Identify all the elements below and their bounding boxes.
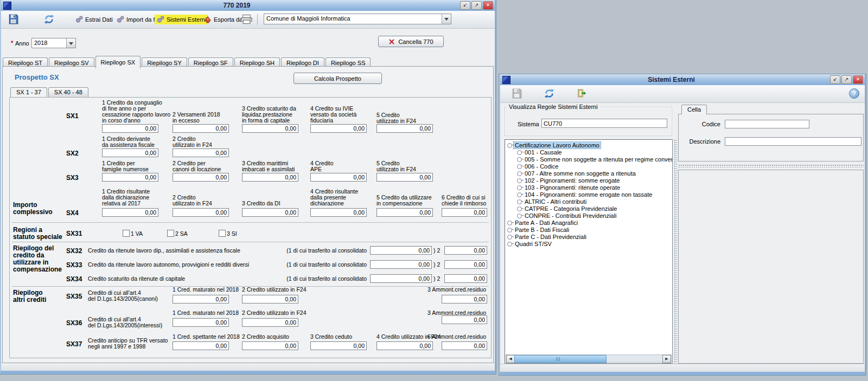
field-sx37-4[interactable] — [376, 341, 433, 350]
checkbox-3-si[interactable] — [219, 230, 226, 237]
tree-item-altric[interactable]: ALTRIC - Altri contributi — [524, 198, 588, 205]
field-sx37-3[interactable] — [310, 341, 367, 350]
tree-handle-icon[interactable] — [517, 157, 522, 162]
save-button-disabled[interactable] — [510, 88, 524, 99]
tree-item-006[interactable]: 006 - Codice — [524, 163, 559, 170]
scrollbar-thumb[interactable] — [514, 355, 607, 363]
exit-button[interactable] — [575, 88, 588, 99]
field-sx1-2[interactable] — [173, 124, 229, 133]
field-sx3-4[interactable] — [310, 173, 367, 182]
tree-item-007[interactable]: 007 - Altre somme non soggette a ritenut… — [524, 170, 637, 177]
field-sx35-2[interactable] — [242, 295, 298, 303]
chevron-down-icon[interactable] — [66, 38, 75, 48]
maximize-icon[interactable]: ↗ — [841, 75, 852, 84]
close-icon[interactable]: × — [853, 75, 863, 84]
dialog-titlebar[interactable]: Sistemi Esterni ↙ ↗ × — [500, 74, 865, 86]
tree-handle-icon[interactable] — [517, 178, 522, 183]
codice-input[interactable] — [725, 120, 809, 128]
checkbox-1-va[interactable] — [123, 230, 130, 237]
tree-handle-icon[interactable] — [517, 206, 522, 211]
field-sx32-2[interactable] — [444, 246, 487, 255]
vertical-splitter[interactable] — [674, 139, 677, 364]
calcola-prospetto-button[interactable]: Calcola Prospetto — [293, 73, 382, 84]
tree-handle-icon[interactable] — [507, 242, 512, 247]
field-sx4-1[interactable] — [102, 208, 158, 217]
field-sx36-1[interactable] — [173, 318, 229, 327]
field-sx37-2[interactable] — [242, 341, 298, 350]
tree-handle-icon[interactable] — [507, 235, 512, 240]
refresh-button[interactable] — [542, 88, 556, 99]
tree-handle-icon[interactable] — [517, 171, 522, 176]
tree-item-001[interactable]: 001 - Causale — [524, 149, 563, 156]
tree-item-conpre[interactable]: CONPRE - Contributi Previdenziali — [524, 212, 617, 219]
field-sx33-2[interactable] — [444, 260, 487, 269]
field-sx36-2[interactable] — [242, 318, 298, 327]
anno-select[interactable]: 2018 — [31, 38, 76, 48]
minimize-icon[interactable]: ↙ — [460, 1, 470, 10]
tree-handle-icon[interactable] — [517, 164, 522, 169]
tree-item-104[interactable]: 104 - Pignoramenti: somme erogate non ta… — [524, 191, 653, 198]
field-sx37-5[interactable] — [442, 341, 487, 350]
tree-handle-icon[interactable] — [507, 143, 512, 148]
tree-handle-icon[interactable] — [507, 228, 512, 233]
field-sx1-1[interactable] — [102, 124, 158, 133]
refresh-button[interactable] — [42, 14, 56, 25]
tree-item-root[interactable]: Certificazione Lavoro Autonomo — [514, 142, 601, 148]
sistema-input[interactable] — [541, 119, 667, 128]
field-sx4-5[interactable] — [376, 208, 433, 217]
sistemi-esterni-button[interactable]: Sistemi Esterni — [155, 15, 208, 24]
field-sx3-1[interactable] — [102, 173, 158, 182]
tree-item-103[interactable]: 103 - Pignoramenti: ritenute operate — [524, 184, 621, 191]
scroll-left-icon[interactable]: ◀ — [506, 355, 515, 363]
field-sx33-1[interactable] — [370, 260, 432, 269]
field-sx4-2[interactable] — [173, 208, 229, 217]
field-sx35-3[interactable] — [442, 295, 487, 303]
tree-handle-icon[interactable] — [517, 185, 522, 190]
tree-item-parte-b[interactable]: Parte B - Dati Fiscali — [514, 227, 570, 233]
cancella-770-button[interactable]: Cancella 770 — [378, 36, 444, 47]
horizontal-splitter[interactable] — [678, 164, 864, 167]
field-sx2-2[interactable] — [173, 148, 229, 157]
tree-item-102[interactable]: 102 - Pignoramenti: somme erogate — [524, 177, 621, 184]
field-sx34-2[interactable] — [444, 274, 487, 283]
field-sx3-2[interactable] — [173, 173, 229, 182]
chevron-down-icon[interactable] — [442, 14, 451, 24]
tree-handle-icon[interactable] — [517, 150, 522, 155]
print-button[interactable] — [239, 14, 254, 25]
field-sx3-5[interactable] — [376, 173, 433, 182]
descrizione-input[interactable] — [725, 137, 861, 146]
field-sx35-1[interactable] — [173, 295, 229, 303]
field-sx34-1[interactable] — [370, 274, 432, 283]
field-sx1-3[interactable] — [242, 124, 298, 133]
field-sx4-6[interactable] — [442, 208, 487, 217]
maximize-icon[interactable]: ↗ — [471, 1, 482, 10]
company-select[interactable]: Comune di Maggioli Informatica — [264, 14, 451, 24]
tab-riepilogo-sx[interactable]: Riepilogo SX — [95, 56, 141, 68]
tree-handle-icon[interactable] — [507, 221, 512, 225]
tab-cella[interactable]: Cella — [681, 105, 707, 114]
checkbox-2-sa[interactable] — [167, 230, 174, 237]
field-sx32-1[interactable] — [370, 246, 432, 255]
field-sx4-4[interactable] — [310, 208, 367, 217]
close-icon[interactable]: × — [483, 1, 493, 10]
help-icon[interactable]: ? — [849, 88, 859, 99]
tree-horizontal-scrollbar[interactable]: ◀ ▶ — [506, 354, 672, 363]
field-sx1-4[interactable] — [310, 124, 367, 133]
estrai-dati-button[interactable]: Estrai Dati — [73, 15, 114, 24]
field-sx2-1[interactable] — [102, 148, 158, 157]
tree-handle-icon[interactable] — [517, 199, 522, 204]
minimize-icon[interactable]: ↙ — [830, 75, 840, 84]
field-sx1-5[interactable] — [376, 124, 433, 133]
field-sx3-3[interactable] — [242, 173, 298, 182]
subtab-sx-1-37[interactable]: SX 1 - 37 — [10, 87, 47, 97]
tree-item-005[interactable]: 005 - Somme non soggette a ritenuta per … — [524, 156, 673, 163]
main-titlebar[interactable]: 770 2019 ↙ ↗ × — [1, 0, 495, 11]
save-button[interactable] — [7, 14, 20, 25]
tree-handle-icon[interactable] — [517, 192, 522, 197]
tree-item-parte-c[interactable]: Parte C - Dati Previdenziali — [514, 234, 588, 240]
tree-item-catpre[interactable]: CATPRE - Categoria Previdenziale — [524, 205, 618, 212]
tree-handle-icon[interactable] — [517, 214, 522, 218]
field-sx36-3[interactable] — [442, 315, 487, 324]
subtab-sx-40-48[interactable]: SX 40 - 48 — [48, 87, 88, 97]
tree-item-parte-a[interactable]: Parte A - Dati Anagrafici — [514, 219, 579, 226]
